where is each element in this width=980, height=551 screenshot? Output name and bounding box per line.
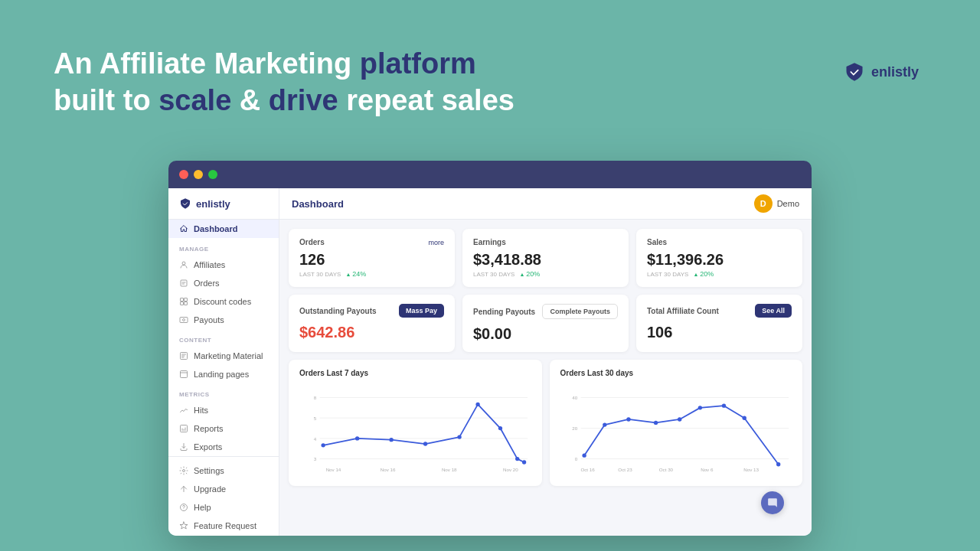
orders-icon	[179, 279, 188, 288]
affiliate-count-label: Total Affiliate Count	[647, 307, 719, 315]
sidebar-item-exports[interactable]: Exports	[168, 438, 279, 456]
svg-text:Nov 20: Nov 20	[503, 467, 518, 472]
help-icon	[179, 503, 188, 512]
feature-icon	[179, 521, 188, 530]
chart-7days-title: Orders Last 7 days	[299, 369, 531, 377]
svg-point-23	[355, 436, 359, 440]
sidebar-item-dashboard[interactable]: Dashboard	[168, 220, 279, 238]
sidebar-logo-icon	[179, 197, 191, 210]
sidebar-logo-text: enlistly	[196, 198, 230, 210]
svg-text:Oct 23: Oct 23	[618, 467, 632, 472]
sidebar-item-orders[interactable]: Orders	[168, 274, 279, 292]
svg-point-41	[582, 453, 586, 457]
orders-value: 126	[299, 251, 444, 269]
sidebar-item-help[interactable]: Help	[168, 498, 279, 517]
sidebar-item-upgrade[interactable]: Upgrade	[168, 480, 279, 498]
svg-point-45	[678, 417, 681, 421]
mass-pay-button[interactable]: Mass Pay	[399, 304, 444, 318]
sidebar-marketing-label: Marketing Material	[194, 351, 263, 360]
sidebar-item-affiliates[interactable]: Affiliates	[168, 256, 279, 274]
affiliate-count-value: 106	[647, 324, 792, 341]
svg-point-0	[182, 262, 185, 265]
svg-point-24	[389, 438, 393, 442]
window-maximize-dot[interactable]	[208, 170, 217, 179]
chart-30days-title: Orders Last 30 days	[560, 369, 792, 377]
sidebar-item-landing-pages[interactable]: Landing pages	[168, 365, 279, 383]
window-close-dot[interactable]	[179, 170, 188, 179]
sidebar-item-reports[interactable]: Reports	[168, 419, 279, 438]
payout-card-pending: Pending Payouts Complete Payouts $0.00	[462, 295, 629, 352]
sidebar-logo: enlistly	[168, 188, 279, 220]
pending-payouts-value: $0.00	[473, 325, 618, 343]
hero-line2-white3: repeat sales	[338, 84, 514, 116]
sidebar-manage-label: MANAGE	[168, 238, 279, 256]
landing-icon	[179, 370, 188, 379]
sidebar-settings-label: Settings	[194, 466, 224, 475]
svg-text:5: 5	[314, 416, 317, 421]
payout-icon	[179, 315, 188, 324]
chat-button[interactable]	[761, 491, 784, 514]
svg-point-43	[626, 417, 630, 421]
reports-icon	[179, 424, 188, 433]
svg-point-27	[475, 403, 479, 406]
orders-label: Orders	[299, 238, 325, 246]
browser-chrome	[168, 161, 812, 188]
hero-line2-dark1: scale	[158, 84, 231, 116]
svg-rect-9	[181, 371, 188, 378]
svg-text:3: 3	[314, 456, 317, 461]
sidebar-upgrade-label: Upgrade	[194, 484, 226, 494]
orders-more[interactable]: more	[428, 239, 444, 246]
sales-change: 20%	[693, 270, 714, 278]
gear-icon	[179, 466, 188, 475]
sidebar-item-feature-request[interactable]: Feature Request	[168, 517, 279, 535]
sidebar-help-label: Help	[194, 503, 211, 512]
window-minimize-dot[interactable]	[194, 170, 203, 179]
user-icon	[179, 260, 188, 269]
svg-text:Nov 6: Nov 6	[701, 467, 714, 472]
sidebar-item-hits[interactable]: Hits	[168, 401, 279, 419]
sidebar-item-settings[interactable]: Settings	[168, 461, 279, 480]
sales-label: Sales	[647, 238, 667, 246]
svg-text:20: 20	[572, 425, 577, 431]
app-layout: enlistly Dashboard MANAGE Affiliates	[168, 188, 812, 536]
svg-point-29	[515, 457, 519, 461]
sidebar-item-discount-codes[interactable]: Discount codes	[168, 292, 279, 311]
sidebar-item-payouts[interactable]: Payouts	[168, 311, 279, 329]
sidebar-landing-pages-label: Landing pages	[194, 370, 249, 379]
orders-period: LAST 30 DAYS	[299, 271, 341, 278]
svg-rect-2	[181, 298, 184, 302]
earnings-change: 20%	[519, 270, 540, 278]
svg-point-42	[603, 422, 606, 426]
svg-text:Nov 13: Nov 13	[743, 467, 759, 472]
sales-value: $11,396.26	[647, 251, 792, 269]
sidebar-dashboard-label: Dashboard	[194, 224, 237, 233]
svg-text:Oct 16: Oct 16	[580, 467, 595, 472]
svg-text:Nov 16: Nov 16	[381, 467, 396, 472]
svg-text:Nov 18: Nov 18	[442, 467, 457, 472]
logo-icon	[844, 61, 865, 83]
stat-card-sales: Sales $11,396.26 LAST 30 DAYS 20%	[636, 229, 802, 287]
svg-rect-10	[181, 425, 188, 432]
user-name: Demo	[777, 199, 799, 208]
svg-point-46	[697, 406, 701, 409]
complete-payouts-button[interactable]: Complete Payouts	[542, 304, 618, 319]
sidebar-item-marketing-material[interactable]: Marketing Material	[168, 347, 279, 365]
sidebar: enlistly Dashboard MANAGE Affiliates	[168, 188, 279, 536]
svg-point-25	[423, 442, 427, 445]
svg-point-13	[184, 510, 185, 510]
see-all-button[interactable]: See All	[755, 304, 792, 318]
sidebar-reports-label: Reports	[194, 424, 224, 433]
svg-point-49	[776, 462, 780, 466]
topbar: Dashboard D Demo	[279, 188, 812, 220]
hero-line1-white: An Affiliate Marketing	[54, 47, 360, 80]
hero-line2-dark2: drive	[269, 84, 338, 116]
logo-text: enlistly	[871, 64, 919, 80]
hero-section: An Affiliate Marketing platform built to…	[54, 46, 514, 119]
svg-rect-5	[185, 302, 188, 305]
orders-change: 24%	[345, 270, 366, 278]
marketing-icon	[179, 351, 188, 360]
sidebar-payouts-label: Payouts	[194, 315, 224, 324]
sidebar-content-label: CONTENT	[168, 329, 279, 347]
svg-point-7	[183, 319, 185, 321]
earnings-period: LAST 30 DAYS	[473, 271, 514, 278]
